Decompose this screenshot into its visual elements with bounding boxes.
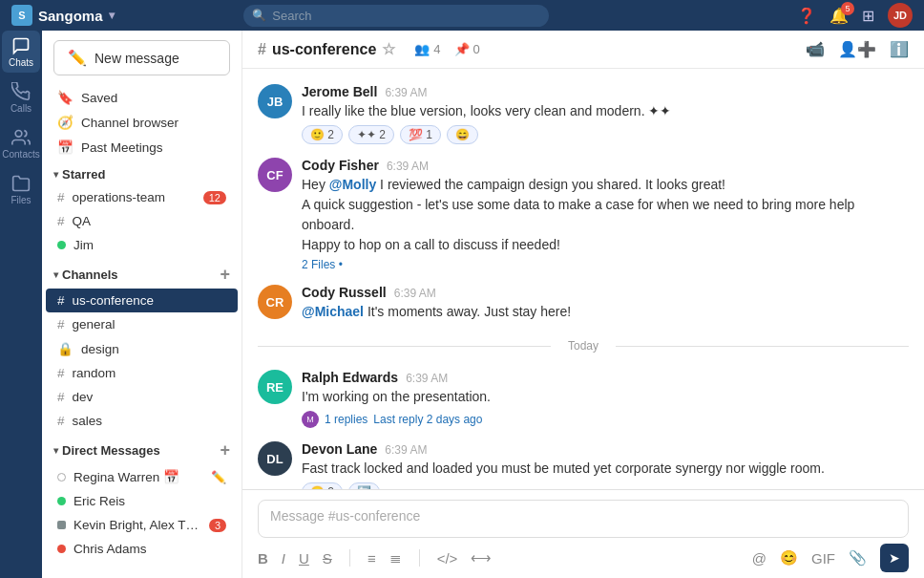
gif-icon[interactable]: GIF bbox=[811, 550, 835, 567]
dm-section-header[interactable]: ▾ Direct Messages + bbox=[42, 433, 242, 464]
starred-section-header[interactable]: ▾ Starred bbox=[42, 160, 242, 185]
channel-pins-count: 0 bbox=[473, 42, 480, 56]
underline-icon[interactable]: U bbox=[299, 550, 309, 567]
lock-icon-design: 🔒 bbox=[57, 341, 74, 356]
operations-team-badge: 12 bbox=[203, 191, 226, 204]
icon-bar: Chats Calls Contacts Files bbox=[0, 0, 42, 578]
at-icon[interactable]: @ bbox=[752, 550, 766, 567]
icon-bar-calls[interactable]: Calls bbox=[2, 76, 40, 118]
message-input-box[interactable]: Message #us-conference bbox=[258, 500, 909, 538]
search-input[interactable] bbox=[243, 5, 549, 27]
sidebar-saved[interactable]: 🔖 Saved bbox=[46, 85, 238, 110]
grid-icon[interactable]: ⊞ bbox=[862, 7, 874, 25]
reaction-100[interactable]: 💯 1 bbox=[400, 125, 441, 144]
channel-header-actions: 📹 👤➕ ℹ️ bbox=[806, 40, 909, 58]
icon-bar-chats[interactable]: Chats bbox=[2, 31, 40, 73]
code-icon[interactable]: </> bbox=[437, 550, 458, 567]
sidebar-item-qa[interactable]: # QA bbox=[46, 209, 238, 233]
sidebar-item-general[interactable]: # general bbox=[46, 312, 238, 336]
channel-title: # us-conference ☆ bbox=[258, 40, 395, 58]
dot-green-jim bbox=[57, 241, 66, 249]
avatar-cody-russell: CR bbox=[258, 285, 292, 319]
reply-info-ralph[interactable]: M 1 replies Last reply 2 days ago bbox=[302, 411, 909, 428]
add-channel-button[interactable]: + bbox=[220, 265, 230, 285]
channel-members-meta[interactable]: 👥 4 bbox=[414, 42, 440, 56]
channel-meta: 👥 4 📌 0 bbox=[414, 42, 479, 56]
channel-browser-label: Channel browser bbox=[81, 116, 226, 130]
sidebar-dm-regina[interactable]: Regina Warren 📅 ✏️ bbox=[46, 464, 238, 489]
messages-area: JB Jerome Bell 6:39 AM I really like the… bbox=[242, 69, 924, 489]
sidebar-item-random[interactable]: # random bbox=[46, 361, 238, 385]
reactions-devon-1: 🙂 2 🔄 bbox=[302, 482, 909, 489]
sidebar-dm-eric[interactable]: Eric Reis bbox=[46, 489, 238, 513]
reaction-smile[interactable]: 🙂 2 bbox=[302, 125, 343, 144]
reaction-laugh[interactable]: 😄 bbox=[447, 125, 478, 144]
regina-label: Regina Warren 📅 bbox=[74, 469, 203, 484]
msg-sender-ralph: Ralph Edwards bbox=[302, 370, 398, 385]
add-member-icon[interactable]: 👤➕ bbox=[838, 40, 876, 58]
message-ralph-edwards: RE Ralph Edwards 6:39 AM I'm working on … bbox=[258, 364, 909, 434]
topbar-logo-text: Sangoma bbox=[38, 8, 103, 24]
msg-header-cody-russell: Cody Russell 6:39 AM bbox=[302, 285, 909, 300]
italic-icon[interactable]: I bbox=[282, 550, 285, 567]
avatar-cody-fisher: CF bbox=[258, 158, 292, 192]
edit-icon-regina[interactable]: ✏️ bbox=[211, 470, 226, 484]
channel-star-icon[interactable]: ☆ bbox=[382, 40, 395, 58]
topbar-dropdown-icon[interactable]: ▾ bbox=[109, 9, 115, 22]
channel-pins-meta[interactable]: 📌 0 bbox=[454, 42, 480, 56]
unordered-list-icon[interactable]: ≣ bbox=[389, 549, 402, 567]
reaction-smile-devon[interactable]: 🙂 2 bbox=[302, 482, 343, 489]
message-jerome-bell: JB Jerome Bell 6:39 AM I really like the… bbox=[258, 78, 909, 150]
sidebar-past-meetings[interactable]: 📅 Past Meetings bbox=[46, 135, 238, 160]
channels-section-header[interactable]: ▾ Channels + bbox=[42, 257, 242, 289]
ordered-list-icon[interactable]: ≡ bbox=[368, 550, 376, 567]
video-icon[interactable]: 📹 bbox=[806, 40, 825, 58]
sidebar-item-design[interactable]: 🔒 design bbox=[46, 336, 238, 361]
msg-text-jerome: I really like the blue version, looks ve… bbox=[302, 101, 909, 121]
message-input-area: Message #us-conference B I U S ≡ ≣ </> ⟷… bbox=[242, 489, 924, 578]
group-icon-kevin bbox=[57, 521, 66, 529]
sidebar-channel-browser[interactable]: 🧭 Channel browser bbox=[46, 110, 238, 135]
sidebar-item-operations-team[interactable]: # operations-team 12 bbox=[46, 185, 238, 209]
sidebar: ✏️ New message 🔖 Saved 🧭 Channel browser… bbox=[42, 0, 242, 578]
saved-label: Saved bbox=[81, 91, 226, 105]
emoji-icon[interactable]: 😊 bbox=[780, 549, 798, 567]
sidebar-item-sales[interactable]: # sales bbox=[46, 409, 238, 433]
channel-header: # us-conference ☆ 👥 4 📌 0 📹 👤➕ ℹ️ bbox=[242, 31, 924, 69]
help-icon[interactable]: ❓ bbox=[797, 7, 816, 25]
sidebar-item-us-conference[interactable]: # us-conference bbox=[46, 289, 238, 312]
bookmark-icon: 🔖 bbox=[57, 90, 74, 105]
reaction-cycle-devon[interactable]: 🔄 bbox=[348, 482, 380, 489]
msg-header-ralph: Ralph Edwards 6:39 AM bbox=[302, 370, 909, 385]
msg-sender-jerome: Jerome Bell bbox=[302, 84, 377, 99]
reaction-stars[interactable]: ✦✦ 2 bbox=[348, 125, 394, 144]
send-button[interactable]: ➤ bbox=[880, 544, 909, 572]
msg-time-ralph: 6:39 AM bbox=[406, 372, 448, 385]
topbar-search: 🔍 bbox=[243, 5, 549, 27]
notification-icon[interactable]: 🔔5 bbox=[830, 7, 849, 25]
dot-green-eric bbox=[57, 497, 66, 505]
msg-text-ralph: I'm working on the presentation. bbox=[302, 387, 909, 407]
sidebar-item-dev[interactable]: # dev bbox=[46, 385, 238, 409]
info-icon[interactable]: ℹ️ bbox=[890, 40, 909, 58]
starred-caret-icon: ▾ bbox=[53, 169, 58, 180]
files-link-cody-fisher[interactable]: 2 Files • bbox=[302, 258, 909, 271]
dot-empty-regina bbox=[57, 473, 66, 482]
sidebar-dm-kevin[interactable]: Kevin Bright, Alex Thoms... 3 bbox=[46, 513, 238, 537]
notification-badge: 5 bbox=[841, 2, 854, 15]
user-avatar[interactable]: JD bbox=[888, 3, 913, 28]
attach-icon[interactable]: 📎 bbox=[849, 549, 867, 567]
msg-time-cody-fisher: 6:39 AM bbox=[387, 160, 429, 173]
link-icon[interactable]: ⟷ bbox=[471, 549, 492, 567]
add-dm-button[interactable]: + bbox=[220, 440, 230, 460]
new-message-button[interactable]: ✏️ New message bbox=[53, 40, 230, 75]
msg-header-cody-fisher: Cody Fisher 6:39 AM bbox=[302, 158, 909, 173]
icon-bar-files[interactable]: Files bbox=[2, 168, 40, 210]
strikethrough-icon[interactable]: S bbox=[323, 550, 332, 567]
reply-count-ralph: 1 replies bbox=[325, 413, 368, 426]
svg-point-0 bbox=[15, 130, 22, 137]
sidebar-item-jim-starred[interactable]: Jim bbox=[46, 233, 238, 257]
sidebar-dm-chris[interactable]: Chris Adams bbox=[46, 537, 238, 561]
bold-icon[interactable]: B bbox=[258, 550, 268, 567]
icon-bar-contacts[interactable]: Contacts bbox=[2, 122, 40, 164]
